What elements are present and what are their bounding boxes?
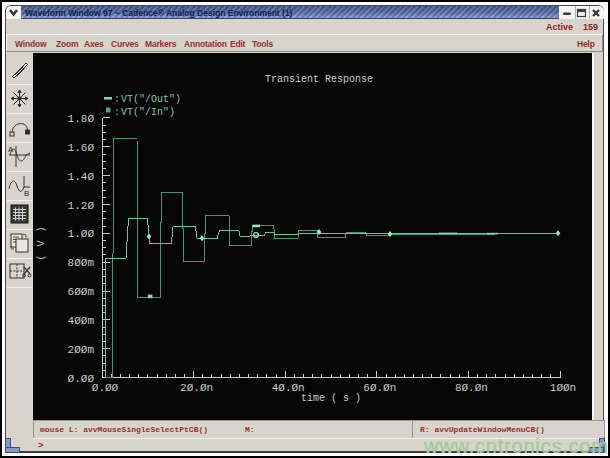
svg-text::: : xyxy=(114,94,120,105)
svg-text:A: A xyxy=(8,145,14,154)
svg-text:6Ø.Øn: 6Ø.Øn xyxy=(363,382,396,394)
svg-text:8Ø.Øn: 8Ø.Øn xyxy=(455,382,488,394)
svg-text:1ØØn: 1ØØn xyxy=(550,382,576,394)
svg-text:1.ØØ: 1.ØØ xyxy=(68,228,95,240)
svg-text:6ØØm: 6ØØm xyxy=(68,286,95,298)
svg-text:4Ø.Øn: 4Ø.Øn xyxy=(272,382,305,394)
svg-text:2Ø.Øn: 2Ø.Øn xyxy=(180,382,213,394)
svg-text::: : xyxy=(114,107,120,118)
svg-text:VT("/In"): VT("/In") xyxy=(121,107,175,118)
svg-text:B: B xyxy=(24,189,29,198)
svg-text:8ØØm: 8ØØm xyxy=(68,257,95,269)
svg-text:( V ): ( V ) xyxy=(36,225,47,260)
svg-text:time ( s ): time ( s ) xyxy=(301,393,361,404)
svg-text:2ØØm: 2ØØm xyxy=(68,344,95,356)
svg-text:1.8Ø: 1.8Ø xyxy=(68,113,95,125)
svg-text:Transient Response: Transient Response xyxy=(265,74,373,85)
svg-text:4ØØm: 4ØØm xyxy=(68,315,95,327)
svg-text:Ø.ØØ: Ø.ØØ xyxy=(68,373,95,385)
svg-text:1.4Ø: 1.4Ø xyxy=(68,171,95,183)
svg-text:1.6Ø: 1.6Ø xyxy=(68,142,95,154)
svg-text:VT("/Out"): VT("/Out") xyxy=(121,94,181,105)
svg-text:1.2Ø: 1.2Ø xyxy=(68,200,95,212)
svg-text:Ø.ØØ: Ø.ØØ xyxy=(92,382,119,394)
